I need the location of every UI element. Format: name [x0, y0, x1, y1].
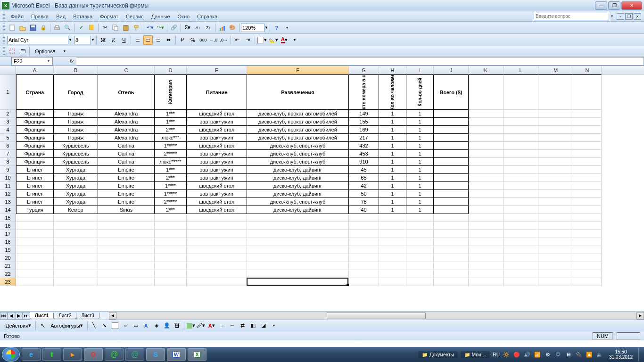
menu-формат[interactable]: Формат [96, 13, 122, 20]
cell-B14[interactable]: Кемер [54, 206, 98, 214]
rectangle-button[interactable] [110, 321, 120, 330]
arrow-button[interactable]: ↘ [100, 321, 109, 330]
cell-D8[interactable]: люкс***** [155, 158, 187, 166]
taskbar-documents-pane[interactable]: 📁 Документы [418, 351, 458, 358]
cell-N14[interactable] [573, 206, 602, 214]
cell-L22[interactable] [504, 270, 538, 278]
cell-E22[interactable] [187, 270, 247, 278]
column-header-D[interactable]: D [155, 66, 187, 74]
borders-button[interactable]: ▾ [257, 35, 267, 45]
cell-D18[interactable] [155, 238, 187, 246]
row-header-3[interactable]: 3 [0, 118, 16, 126]
cell-D23[interactable] [155, 278, 187, 286]
cell-I23[interactable] [406, 278, 434, 286]
cell-B5[interactable]: Париж [54, 134, 98, 142]
cell-F17[interactable] [247, 230, 349, 238]
sort-asc-button[interactable]: A↓ [193, 23, 203, 33]
cell-A11[interactable]: Египет [16, 182, 54, 190]
align-center-button[interactable]: ☰ [143, 35, 153, 45]
font-color-button[interactable]: A▾ [280, 35, 289, 45]
print-preview-button[interactable]: 🔍 [63, 23, 72, 33]
cell-G10[interactable]: 65 [349, 174, 379, 182]
cell-C17[interactable] [98, 230, 155, 238]
cell-J10[interactable] [434, 174, 469, 182]
cell-L6[interactable] [504, 142, 538, 150]
cell-A23[interactable] [16, 278, 54, 286]
row-header-1[interactable]: 1 [0, 74, 16, 110]
cell-G19[interactable] [349, 246, 379, 254]
cell-N7[interactable] [573, 150, 602, 158]
cell-I3[interactable]: 1 [406, 118, 434, 126]
autoshapes-button[interactable]: Автофигуры ▾ [48, 321, 85, 330]
cell-C13[interactable]: Empire [98, 198, 155, 206]
underline-button[interactable]: Ч [119, 35, 129, 45]
cell-I12[interactable]: 1 [406, 190, 434, 198]
new-button[interactable] [8, 23, 17, 33]
cell-G1[interactable]: Стоимость номера в сутки ($) [349, 74, 379, 110]
taskbar-skype-button[interactable]: S [146, 348, 165, 361]
cell-H19[interactable] [379, 246, 406, 254]
taskbar-ie-button[interactable]: e [22, 348, 41, 361]
align-right-button[interactable]: ☰ [154, 35, 163, 45]
print-button[interactable] [52, 23, 62, 33]
tray-icon[interactable]: ⚙ [544, 351, 552, 358]
cell-B13[interactable]: Хургада [54, 198, 98, 206]
row-header-19[interactable]: 19 [0, 246, 16, 254]
cell-F20[interactable] [247, 254, 349, 262]
sheet-nav-next-button[interactable]: ▶ [15, 312, 23, 320]
cell-I11[interactable]: 1 [406, 182, 434, 190]
cell-C16[interactable] [98, 222, 155, 230]
cell-M19[interactable] [538, 246, 573, 254]
cell-C7[interactable]: Carlina [98, 150, 155, 158]
cell-J23[interactable] [434, 278, 469, 286]
row-header-18[interactable]: 18 [0, 238, 16, 246]
cell-M20[interactable] [538, 254, 573, 262]
cell-J11[interactable] [434, 182, 469, 190]
cell-E7[interactable]: завтрак+ужин [187, 150, 247, 158]
increase-indent-button[interactable]: ⇥ [243, 35, 253, 45]
formula-input[interactable] [76, 57, 644, 66]
cell-C2[interactable]: Alexandra [98, 110, 155, 118]
column-header-K[interactable]: K [469, 66, 504, 74]
cell-H3[interactable]: 1 [379, 118, 406, 126]
cell-K19[interactable] [469, 246, 504, 254]
cell-L1[interactable] [504, 74, 538, 110]
column-header-L[interactable]: L [504, 66, 538, 74]
cell-I17[interactable] [406, 230, 434, 238]
cell-K3[interactable] [469, 118, 504, 126]
cell-C9[interactable]: Empire [98, 166, 155, 174]
sheet-nav-first-button[interactable]: ⏮ [0, 312, 8, 320]
spreadsheet-grid[interactable]: ABCDEFGHIJKLMN 1234567891011121314151617… [0, 66, 644, 311]
cell-F16[interactable] [247, 222, 349, 230]
row-header-14[interactable]: 14 [0, 206, 16, 214]
cell-I10[interactable]: 1 [406, 174, 434, 182]
draw-actions-button[interactable]: Действия ▾ [3, 321, 33, 330]
cell-L14[interactable] [504, 206, 538, 214]
row-header-10[interactable]: 10 [0, 174, 16, 182]
cell-A1[interactable]: Страна [16, 74, 54, 110]
cell-J13[interactable] [434, 198, 469, 206]
cell-K20[interactable] [469, 254, 504, 262]
ask-question-input[interactable] [534, 13, 609, 20]
cell-M13[interactable] [538, 198, 573, 206]
cell-B12[interactable]: Хургада [54, 190, 98, 198]
cell-N4[interactable] [573, 126, 602, 134]
cell-N3[interactable] [573, 118, 602, 126]
tray-icon[interactable]: 🛡 [554, 351, 562, 358]
cell-K5[interactable] [469, 134, 504, 142]
cell-K11[interactable] [469, 182, 504, 190]
cell-F22[interactable] [247, 270, 349, 278]
cell-E12[interactable]: завтрак+ужин [187, 190, 247, 198]
column-header-M[interactable]: M [538, 66, 573, 74]
cell-I14[interactable]: 1 [406, 206, 434, 214]
cell-I20[interactable] [406, 254, 434, 262]
scroll-left-button[interactable]: ◀ [109, 312, 116, 320]
cell-N13[interactable] [573, 198, 602, 206]
cell-H16[interactable] [379, 222, 406, 230]
zoom-dropdown[interactable]: ▼ [241, 24, 268, 32]
cell-J4[interactable] [434, 126, 469, 134]
cell-K1[interactable] [469, 74, 504, 110]
cell-A19[interactable] [16, 246, 54, 254]
cell-F2[interactable]: диско-клуб, прокат автомобилей [247, 110, 349, 118]
cell-J1[interactable]: Всего ($) [434, 74, 469, 110]
